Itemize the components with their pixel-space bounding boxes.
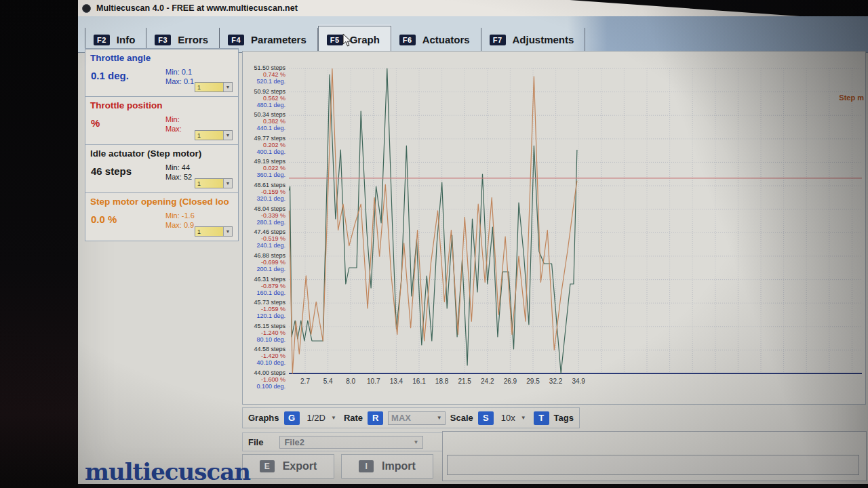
svg-text:44.00 steps: 44.00 steps	[254, 369, 285, 376]
dropdown-value: 1	[197, 84, 201, 91]
fkey-badge: F5	[327, 35, 343, 45]
svg-text:-1.059 %: -1.059 %	[261, 306, 285, 312]
panel-throttle-position: Throttle position % Min: Max: 1 ▼	[85, 96, 239, 145]
svg-text:46.31 steps: 46.31 steps	[254, 276, 285, 283]
chevron-down-icon: ▼	[223, 179, 232, 188]
svg-text:200.1 deg.: 200.1 deg.	[256, 266, 285, 272]
svg-text:34.9: 34.9	[572, 378, 585, 385]
fkey-badge: F6	[399, 35, 416, 45]
sample-rate-dropdown[interactable]: 1 ▼	[195, 130, 233, 140]
tab-label: Graph	[350, 34, 380, 45]
svg-text:8.0: 8.0	[346, 378, 355, 385]
export-button[interactable]: E Export	[242, 454, 334, 479]
rate-dropdown[interactable]: MAX ▼	[388, 411, 446, 425]
svg-text:10.7: 10.7	[367, 378, 380, 385]
chevron-down-icon: ▼	[331, 415, 336, 421]
svg-text:13.4: 13.4	[390, 378, 403, 385]
panel-title: Throttle angle	[90, 53, 233, 63]
chevron-down-icon: ▼	[223, 83, 232, 92]
tab-adjustments[interactable]: F7 Adjustments	[481, 28, 586, 52]
rate-hotkey-badge[interactable]: R	[368, 411, 383, 425]
svg-text:0.382 %: 0.382 %	[263, 118, 285, 125]
tags-hotkey-badge[interactable]: T	[534, 411, 549, 425]
chevron-down-icon: ▼	[437, 415, 442, 421]
panel-minmax: Min: 0.1 Max: 0.1	[165, 67, 194, 86]
status-input[interactable]	[447, 455, 859, 475]
svg-text:49.77 steps: 49.77 steps	[254, 135, 285, 142]
svg-text:480.1 deg.: 480.1 deg.	[256, 102, 285, 108]
fkey-badge: F4	[228, 35, 244, 45]
panel-title: Step motor opening (Closed loo	[90, 197, 233, 207]
svg-text:-1.240 %: -1.240 %	[261, 329, 285, 336]
svg-text:0.202 %: 0.202 %	[263, 142, 285, 148]
scale-value: 10x	[501, 413, 515, 423]
panel-value: 46 steps	[91, 165, 132, 177]
svg-text:240.1 deg.: 240.1 deg.	[256, 242, 285, 249]
legend-step-motor: Step m	[839, 94, 864, 102]
graphs-hotkey-badge[interactable]: G	[284, 411, 300, 425]
sample-rate-dropdown[interactable]: 1 ▼	[195, 82, 233, 92]
max-value: Max: 0.9	[165, 220, 195, 230]
svg-text:0.100 deg.: 0.100 deg.	[256, 383, 285, 390]
svg-text:16.1: 16.1	[412, 378, 426, 385]
import-button[interactable]: I Import	[341, 454, 433, 479]
svg-text:320.1 deg.: 320.1 deg.	[256, 195, 285, 202]
svg-text:-0.699 %: -0.699 %	[261, 259, 285, 266]
svg-text:360.1 deg.: 360.1 deg.	[256, 171, 285, 178]
panel-value: %	[91, 117, 100, 129]
sample-rate-dropdown[interactable]: 1 ▼	[195, 178, 233, 188]
tab-graph[interactable]: F5 Graph	[318, 26, 391, 52]
chevron-down-icon: ▼	[223, 131, 232, 140]
chevron-down-icon: ▼	[223, 227, 232, 236]
line-chart: 51.50 steps0.742 %520.1 deg.50.92 steps0…	[243, 52, 865, 404]
graph-mode-dropdown[interactable]: 1/2D ▼	[304, 411, 339, 425]
min-value: Min: 0.1	[165, 67, 194, 77]
dropdown-value: 1	[197, 180, 201, 187]
min-value: Min:	[165, 115, 182, 124]
parameter-sidebar: Throttle angle 0.1 deg. Min: 0.1 Max: 0.…	[85, 49, 239, 241]
tab-label: Errors	[178, 34, 208, 45]
panel-step-motor-opening: Step motor opening (Closed loo 0.0 % Min…	[85, 192, 239, 241]
panel-throttle-angle: Throttle angle 0.1 deg. Min: 0.1 Max: 0.…	[85, 48, 239, 97]
import-hotkey-badge: I	[359, 460, 374, 472]
panel-minmax: Min: Max:	[165, 115, 182, 134]
file-dropdown[interactable]: File2 ▼	[279, 436, 423, 449]
svg-text:40.10 deg.: 40.10 deg.	[256, 359, 285, 366]
tags-label: Tags	[554, 413, 574, 423]
graph-controls-bar: Graphs G 1/2D ▼ Rate R MAX ▼ Scale S 10x…	[242, 407, 580, 428]
svg-text:440.1 deg.: 440.1 deg.	[256, 125, 285, 131]
file-buttons-row: E Export I Import	[242, 454, 433, 479]
svg-text:400.1 deg.: 400.1 deg.	[256, 148, 285, 155]
scale-hotkey-badge[interactable]: S	[478, 411, 494, 425]
svg-text:520.1 deg.: 520.1 deg.	[256, 78, 285, 85]
chevron-down-icon: ▼	[521, 415, 526, 421]
mouse-cursor	[342, 33, 353, 47]
tab-actuators[interactable]: F6 Actuators	[391, 28, 481, 52]
min-value: Min: -1.6	[165, 211, 195, 220]
app-window: Multiecuscan 4.0 - FREE at www.multiecus…	[78, 0, 868, 484]
max-value: Max: 52	[165, 172, 192, 182]
status-panel	[442, 431, 867, 481]
svg-text:160.1 deg.: 160.1 deg.	[256, 289, 285, 296]
file-dropdown-value: File2	[284, 437, 304, 447]
sample-rate-dropdown[interactable]: 1 ▼	[195, 226, 233, 237]
window-title: Multiecuscan 4.0 - FREE at www.multiecus…	[96, 3, 298, 13]
svg-text:5.4: 5.4	[323, 378, 333, 385]
svg-text:49.19 steps: 49.19 steps	[254, 158, 285, 165]
svg-text:45.15 steps: 45.15 steps	[254, 323, 285, 329]
panel-minmax: Min: -1.6 Max: 0.9	[165, 211, 195, 230]
svg-text:29.5: 29.5	[526, 378, 540, 385]
svg-text:48.61 steps: 48.61 steps	[254, 182, 285, 188]
panel-value: 0.1 deg.	[91, 70, 129, 81]
graph-plot-area: 51.50 steps0.742 %520.1 deg.50.92 steps0…	[242, 51, 866, 405]
svg-text:-1.600 %: -1.600 %	[261, 376, 285, 383]
svg-text:-0.159 %: -0.159 %	[261, 188, 285, 195]
svg-text:32.2: 32.2	[549, 378, 563, 385]
multiecuscan-logo: multiecuscan	[85, 458, 241, 485]
app-icon	[82, 4, 91, 13]
scale-dropdown[interactable]: 10x ▼	[498, 411, 529, 425]
svg-text:44.58 steps: 44.58 steps	[254, 346, 285, 352]
svg-text:45.73 steps: 45.73 steps	[254, 299, 285, 306]
tab-bar: F2 Info F3 Errors F4 Parameters F5 Graph…	[78, 16, 868, 53]
graphs-label: Graphs	[248, 413, 279, 423]
